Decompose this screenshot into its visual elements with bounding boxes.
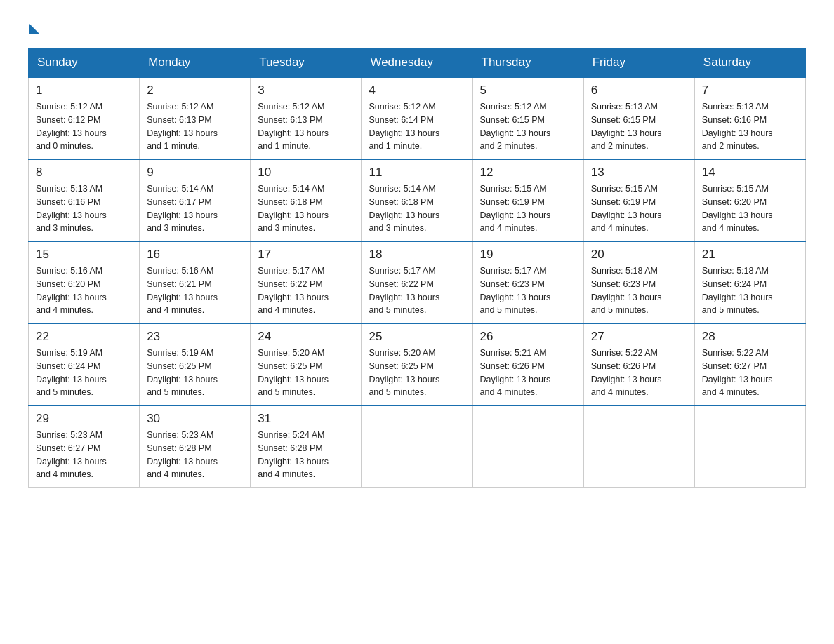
calendar-day-header: Tuesday (251, 48, 362, 78)
calendar-day-header: Friday (583, 48, 694, 78)
day-info: Sunrise: 5:18 AMSunset: 6:24 PMDaylight:… (702, 264, 798, 317)
calendar-day-header: Thursday (472, 48, 583, 78)
day-info: Sunrise: 5:18 AMSunset: 6:23 PMDaylight:… (591, 264, 687, 317)
calendar-cell: 17 Sunrise: 5:17 AMSunset: 6:22 PMDaylig… (251, 241, 362, 323)
day-number: 11 (369, 166, 465, 180)
day-info: Sunrise: 5:13 AMSunset: 6:16 PMDaylight:… (702, 100, 798, 153)
calendar-cell: 6 Sunrise: 5:13 AMSunset: 6:15 PMDayligh… (583, 77, 694, 159)
calendar-day-header: Wednesday (362, 48, 472, 78)
calendar-cell: 25 Sunrise: 5:20 AMSunset: 6:25 PMDaylig… (362, 323, 472, 405)
calendar-week-row: 15 Sunrise: 5:16 AMSunset: 6:20 PMDaylig… (29, 241, 806, 323)
day-info: Sunrise: 5:16 AMSunset: 6:21 PMDaylight:… (147, 264, 243, 317)
day-info: Sunrise: 5:12 AMSunset: 6:13 PMDaylight:… (147, 100, 243, 153)
day-info: Sunrise: 5:17 AMSunset: 6:23 PMDaylight:… (480, 264, 576, 317)
day-info: Sunrise: 5:14 AMSunset: 6:18 PMDaylight:… (369, 182, 465, 235)
day-number: 9 (147, 166, 243, 180)
calendar-day-header: Saturday (694, 48, 805, 78)
calendar-week-row: 22 Sunrise: 5:19 AMSunset: 6:24 PMDaylig… (29, 323, 806, 405)
day-number: 21 (702, 248, 798, 262)
day-number: 19 (480, 248, 576, 262)
day-number: 8 (36, 166, 132, 180)
day-number: 26 (480, 330, 576, 344)
day-number: 1 (36, 83, 132, 98)
calendar-cell: 7 Sunrise: 5:13 AMSunset: 6:16 PMDayligh… (694, 77, 805, 159)
calendar-cell: 24 Sunrise: 5:20 AMSunset: 6:25 PMDaylig… (251, 323, 362, 405)
calendar-cell: 3 Sunrise: 5:12 AMSunset: 6:13 PMDayligh… (251, 77, 362, 159)
day-number: 12 (480, 166, 576, 180)
day-number: 14 (702, 166, 798, 180)
calendar-cell: 5 Sunrise: 5:12 AMSunset: 6:15 PMDayligh… (472, 77, 583, 159)
day-info: Sunrise: 5:20 AMSunset: 6:25 PMDaylight:… (258, 347, 354, 399)
day-number: 18 (369, 248, 465, 262)
day-info: Sunrise: 5:23 AMSunset: 6:27 PMDaylight:… (36, 429, 132, 481)
logo (28, 21, 39, 34)
day-number: 24 (258, 330, 354, 344)
calendar-cell: 12 Sunrise: 5:15 AMSunset: 6:19 PMDaylig… (472, 159, 583, 241)
calendar-cell: 23 Sunrise: 5:19 AMSunset: 6:25 PMDaylig… (140, 323, 251, 405)
day-number: 17 (258, 248, 354, 262)
calendar-cell (362, 405, 472, 488)
day-number: 5 (480, 83, 576, 98)
day-number: 31 (258, 412, 354, 426)
calendar-table: SundayMondayTuesdayWednesdayThursdayFrid… (28, 48, 806, 488)
day-info: Sunrise: 5:12 AMSunset: 6:14 PMDaylight:… (369, 100, 465, 153)
day-number: 29 (36, 412, 132, 426)
calendar-cell: 14 Sunrise: 5:15 AMSunset: 6:20 PMDaylig… (694, 159, 805, 241)
day-info: Sunrise: 5:19 AMSunset: 6:24 PMDaylight:… (36, 347, 132, 399)
day-info: Sunrise: 5:20 AMSunset: 6:25 PMDaylight:… (369, 347, 465, 399)
day-info: Sunrise: 5:15 AMSunset: 6:19 PMDaylight:… (480, 182, 576, 235)
day-number: 4 (369, 83, 465, 98)
day-info: Sunrise: 5:15 AMSunset: 6:20 PMDaylight:… (702, 182, 798, 235)
calendar-cell: 1 Sunrise: 5:12 AMSunset: 6:12 PMDayligh… (29, 77, 140, 159)
calendar-cell: 29 Sunrise: 5:23 AMSunset: 6:27 PMDaylig… (29, 405, 140, 488)
day-info: Sunrise: 5:13 AMSunset: 6:16 PMDaylight:… (36, 182, 132, 235)
calendar-cell: 27 Sunrise: 5:22 AMSunset: 6:26 PMDaylig… (583, 323, 694, 405)
calendar-header-row: SundayMondayTuesdayWednesdayThursdayFrid… (29, 48, 806, 78)
day-number: 16 (147, 248, 243, 262)
calendar-cell: 16 Sunrise: 5:16 AMSunset: 6:21 PMDaylig… (140, 241, 251, 323)
calendar-cell: 18 Sunrise: 5:17 AMSunset: 6:22 PMDaylig… (362, 241, 472, 323)
day-info: Sunrise: 5:15 AMSunset: 6:19 PMDaylight:… (591, 182, 687, 235)
calendar-cell: 2 Sunrise: 5:12 AMSunset: 6:13 PMDayligh… (140, 77, 251, 159)
calendar-cell: 20 Sunrise: 5:18 AMSunset: 6:23 PMDaylig… (583, 241, 694, 323)
logo-arrow-icon (29, 24, 39, 34)
day-number: 23 (147, 330, 243, 344)
calendar-cell: 21 Sunrise: 5:18 AMSunset: 6:24 PMDaylig… (694, 241, 805, 323)
calendar-week-row: 8 Sunrise: 5:13 AMSunset: 6:16 PMDayligh… (29, 159, 806, 241)
calendar-day-header: Monday (140, 48, 251, 78)
day-info: Sunrise: 5:14 AMSunset: 6:17 PMDaylight:… (147, 182, 243, 235)
day-info: Sunrise: 5:23 AMSunset: 6:28 PMDaylight:… (147, 429, 243, 481)
day-number: 25 (369, 330, 465, 344)
day-info: Sunrise: 5:13 AMSunset: 6:15 PMDaylight:… (591, 100, 687, 153)
day-number: 27 (591, 330, 687, 344)
day-info: Sunrise: 5:17 AMSunset: 6:22 PMDaylight:… (258, 264, 354, 317)
day-number: 3 (258, 83, 354, 98)
day-number: 28 (702, 330, 798, 344)
calendar-cell: 19 Sunrise: 5:17 AMSunset: 6:23 PMDaylig… (472, 241, 583, 323)
page-header (28, 21, 806, 34)
day-info: Sunrise: 5:22 AMSunset: 6:27 PMDaylight:… (702, 347, 798, 399)
day-number: 20 (591, 248, 687, 262)
day-number: 6 (591, 83, 687, 98)
calendar-cell: 4 Sunrise: 5:12 AMSunset: 6:14 PMDayligh… (362, 77, 472, 159)
day-info: Sunrise: 5:22 AMSunset: 6:26 PMDaylight:… (591, 347, 687, 399)
calendar-day-header: Sunday (29, 48, 140, 78)
day-info: Sunrise: 5:16 AMSunset: 6:20 PMDaylight:… (36, 264, 132, 317)
day-number: 7 (702, 83, 798, 98)
day-info: Sunrise: 5:21 AMSunset: 6:26 PMDaylight:… (480, 347, 576, 399)
calendar-cell: 11 Sunrise: 5:14 AMSunset: 6:18 PMDaylig… (362, 159, 472, 241)
day-info: Sunrise: 5:24 AMSunset: 6:28 PMDaylight:… (258, 429, 354, 481)
calendar-week-row: 29 Sunrise: 5:23 AMSunset: 6:27 PMDaylig… (29, 405, 806, 488)
calendar-cell: 28 Sunrise: 5:22 AMSunset: 6:27 PMDaylig… (694, 323, 805, 405)
calendar-cell: 15 Sunrise: 5:16 AMSunset: 6:20 PMDaylig… (29, 241, 140, 323)
day-info: Sunrise: 5:19 AMSunset: 6:25 PMDaylight:… (147, 347, 243, 399)
day-number: 15 (36, 248, 132, 262)
day-info: Sunrise: 5:17 AMSunset: 6:22 PMDaylight:… (369, 264, 465, 317)
day-number: 30 (147, 412, 243, 426)
day-info: Sunrise: 5:12 AMSunset: 6:15 PMDaylight:… (480, 100, 576, 153)
calendar-cell (583, 405, 694, 488)
calendar-cell: 8 Sunrise: 5:13 AMSunset: 6:16 PMDayligh… (29, 159, 140, 241)
day-info: Sunrise: 5:12 AMSunset: 6:13 PMDaylight:… (258, 100, 354, 153)
calendar-cell: 13 Sunrise: 5:15 AMSunset: 6:19 PMDaylig… (583, 159, 694, 241)
calendar-cell: 22 Sunrise: 5:19 AMSunset: 6:24 PMDaylig… (29, 323, 140, 405)
